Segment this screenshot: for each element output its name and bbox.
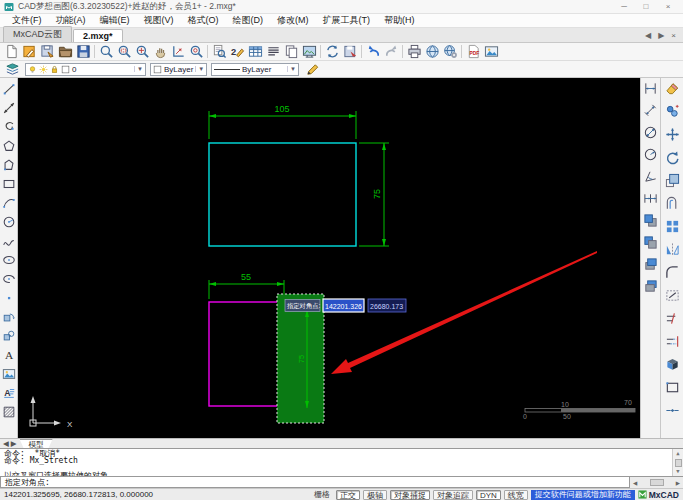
mirror-button[interactable]	[663, 241, 682, 258]
pdf-export-button[interactable]: PDF	[464, 43, 482, 60]
zoom-in-button[interactable]	[97, 43, 115, 60]
match-properties-button[interactable]	[303, 61, 321, 78]
dim-diameter-button[interactable]	[641, 124, 660, 141]
sketch-edit-button[interactable]	[20, 43, 38, 60]
block-create-button[interactable]	[0, 327, 17, 344]
tab-mxcad-cloud[interactable]: MxCAD云图	[3, 26, 72, 42]
scroll-up-icon[interactable]: ▲	[676, 450, 679, 457]
cyan-rectangle[interactable]	[209, 143, 356, 246]
explode-button[interactable]	[663, 356, 682, 373]
color-combo[interactable]: ByLayer ▼	[150, 63, 207, 76]
brand-badge[interactable]: MxCAD	[638, 490, 679, 500]
erase-button[interactable]	[663, 80, 682, 97]
tab-close-button[interactable]: ×	[671, 31, 676, 40]
point-button[interactable]	[0, 289, 17, 306]
hatch-button[interactable]	[0, 403, 17, 420]
web-gear-button[interactable]	[441, 43, 459, 60]
menu-express-tools[interactable]: 扩展工具(T)	[316, 14, 378, 27]
attribute-define-button[interactable]: A	[0, 384, 17, 401]
draworder-under-button[interactable]	[641, 278, 660, 295]
block-insert-button[interactable]	[0, 308, 17, 325]
circle-button[interactable]	[0, 213, 17, 230]
extend-button[interactable]	[663, 333, 682, 350]
layer-manager-button[interactable]	[3, 61, 21, 78]
zoom-extents-button[interactable]	[133, 43, 151, 60]
menu-draw[interactable]: 绘图(D)	[226, 14, 271, 27]
display-button[interactable]	[300, 43, 318, 60]
array-button[interactable]	[663, 218, 682, 235]
copy-button[interactable]	[663, 103, 682, 120]
text-button[interactable]: A	[0, 346, 17, 363]
close-button[interactable]: ×	[657, 0, 679, 13]
trim-button[interactable]	[663, 310, 682, 327]
status-toggle-dyn[interactable]: DYN	[476, 490, 501, 500]
open-folder-button[interactable]	[56, 43, 74, 60]
command-input[interactable]: 指定对角点:	[0, 477, 630, 488]
draw-2-button[interactable]: 2	[228, 43, 246, 60]
polygon-irregular-button[interactable]	[0, 156, 17, 173]
menu-modify[interactable]: 修改(M)	[270, 14, 316, 27]
save-button[interactable]	[74, 43, 92, 60]
print-button[interactable]	[405, 43, 423, 60]
rectangle-button[interactable]	[0, 175, 17, 192]
status-toggle-osnap[interactable]: 对象捕捉	[390, 490, 430, 500]
text-list-button[interactable]	[264, 43, 282, 60]
image-insert-button[interactable]	[0, 365, 17, 382]
magenta-rectangle[interactable]	[209, 302, 286, 406]
pan-button[interactable]	[151, 43, 169, 60]
zoom-previous-button[interactable]	[169, 43, 187, 60]
dim-angular-button[interactable]	[641, 168, 660, 185]
save-edit-button[interactable]	[38, 43, 56, 60]
tab-scroll-right-button[interactable]: ▶	[658, 31, 664, 40]
status-toggle-lineweight[interactable]: 线宽	[504, 490, 528, 500]
offset-button[interactable]	[663, 195, 682, 212]
layer-combo[interactable]: 0 ▼	[25, 63, 146, 76]
construction-line-button[interactable]	[0, 99, 17, 116]
status-toggle-ortho[interactable]: 正交	[336, 490, 360, 500]
menu-view[interactable]: 视图(V)	[137, 14, 181, 27]
stretch-button[interactable]	[663, 287, 682, 304]
join-button[interactable]	[663, 402, 682, 419]
status-toggle-grid[interactable]: 栅格	[311, 490, 333, 500]
scroll-down-icon[interactable]: ▼	[676, 468, 679, 475]
scroll-thumb[interactable]	[650, 479, 664, 486]
spline-button[interactable]	[0, 232, 17, 249]
web-button[interactable]	[423, 43, 441, 60]
rotate-button[interactable]	[663, 149, 682, 166]
minimize-button[interactable]: ─	[613, 0, 635, 13]
new-file-button[interactable]	[2, 43, 20, 60]
model-next-button[interactable]: ▶	[11, 439, 17, 448]
scale-button[interactable]	[663, 172, 682, 189]
polyline-button[interactable]	[0, 118, 17, 135]
export-settings-button[interactable]	[341, 43, 359, 60]
tab-document-2[interactable]: 2.mxg*	[73, 29, 123, 42]
ellipse-arc-button[interactable]	[0, 270, 17, 287]
redo-button[interactable]	[382, 43, 400, 60]
status-toggle-otrack[interactable]: 对象追踪	[433, 490, 473, 500]
dim-aligned-button[interactable]	[641, 102, 660, 119]
draworder-above-button[interactable]	[641, 256, 660, 273]
move-button[interactable]	[663, 126, 682, 143]
table-button[interactable]	[246, 43, 264, 60]
zoom-window-button[interactable]	[115, 43, 133, 60]
sync-settings-button[interactable]	[323, 43, 341, 60]
command-h-scrollbar[interactable]: ◀ ▶	[630, 477, 683, 488]
arc-button[interactable]	[0, 194, 17, 211]
draworder-back-button[interactable]	[641, 234, 660, 251]
scroll-thumb[interactable]	[675, 459, 682, 467]
command-history-scrollbar[interactable]: ▲ ▼	[672, 449, 683, 476]
layout-tab-model[interactable]: 模型	[20, 439, 53, 448]
copy-pages-button[interactable]	[282, 43, 300, 60]
line-button[interactable]	[0, 80, 17, 97]
zoom-circle-button[interactable]	[187, 43, 205, 60]
command-history[interactable]: 命令: *取消*命令: Mx_Stretch 以交叉窗口选择要拉伸的对象 ▲ ▼	[0, 448, 683, 477]
boundary-button[interactable]	[663, 379, 682, 396]
scroll-right-icon[interactable]: ▶	[676, 480, 680, 486]
find-button[interactable]	[210, 43, 228, 60]
fillet-button[interactable]	[663, 264, 682, 281]
linetype-combo[interactable]: ByLayer ▼	[211, 63, 299, 76]
draworder-front-button[interactable]	[641, 212, 660, 229]
undo-button[interactable]	[364, 43, 382, 60]
drawing-canvas[interactable]: 105 75 55	[18, 78, 640, 438]
status-toggle-polar[interactable]: 极轴	[363, 490, 387, 500]
